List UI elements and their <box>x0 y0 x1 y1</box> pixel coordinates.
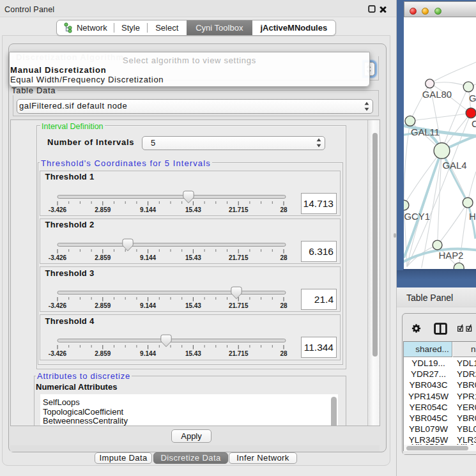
svg-text:2.859: 2.859 <box>95 302 111 309</box>
svg-text:H: H <box>469 211 476 222</box>
svg-text:9.144: 9.144 <box>140 302 156 309</box>
svg-text:GAL80: GAL80 <box>422 89 452 100</box>
svg-text:GAL4: GAL4 <box>442 160 466 171</box>
svg-text:-3.426: -3.426 <box>49 302 67 309</box>
svg-text:9.144: 9.144 <box>140 206 156 213</box>
svg-text:28: 28 <box>280 206 288 213</box>
svg-text:GA: GA <box>469 93 476 104</box>
svg-text:21.715: 21.715 <box>229 206 249 213</box>
svg-text:28: 28 <box>280 350 288 357</box>
svg-text:GAL11: GAL11 <box>411 127 440 137</box>
svg-text:2.859: 2.859 <box>95 350 111 357</box>
svg-text:-3.426: -3.426 <box>49 350 67 357</box>
svg-text:15.43: 15.43 <box>185 206 201 213</box>
svg-text:GCY1: GCY1 <box>404 211 429 222</box>
svg-text:21.715: 21.715 <box>229 350 249 357</box>
svg-text:2.859: 2.859 <box>95 254 111 261</box>
svg-text:15.43: 15.43 <box>185 302 201 309</box>
svg-text:2.859: 2.859 <box>95 206 111 213</box>
svg-text:15.43: 15.43 <box>185 350 201 357</box>
svg-text:C: C <box>472 119 476 129</box>
svg-text:-3.426: -3.426 <box>49 254 67 261</box>
svg-text:28: 28 <box>280 254 288 261</box>
svg-text:15.43: 15.43 <box>185 254 201 261</box>
svg-text:21.715: 21.715 <box>229 254 249 261</box>
svg-text:9.144: 9.144 <box>140 254 156 261</box>
svg-text:9.144: 9.144 <box>140 350 156 357</box>
svg-text:28: 28 <box>280 302 288 309</box>
svg-text:21.715: 21.715 <box>229 302 249 309</box>
svg-text:HAP2: HAP2 <box>439 250 464 261</box>
svg-text:-3.426: -3.426 <box>49 206 67 213</box>
